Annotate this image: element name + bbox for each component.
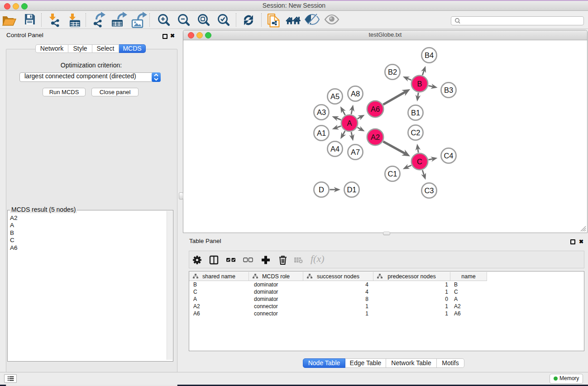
svg-text:C2: C2 [411,129,420,137]
svg-text:A4: A4 [330,145,339,153]
svg-text:C: C [417,157,422,166]
svg-text:C4: C4 [444,152,453,160]
svg-text:C1: C1 [387,170,397,178]
svg-text:A3: A3 [317,108,326,116]
svg-text:B: B [417,80,422,88]
svg-text:B1: B1 [411,109,420,117]
svg-text:A7: A7 [351,148,360,156]
svg-text:B4: B4 [425,51,434,59]
svg-text:D1: D1 [347,186,356,194]
svg-text:C3: C3 [424,186,434,195]
svg-text:A2: A2 [371,133,380,141]
svg-text:A8: A8 [351,90,360,98]
svg-text:D: D [319,186,324,194]
svg-text:B2: B2 [388,68,397,76]
svg-text:B3: B3 [444,86,453,94]
svg-text:A: A [347,119,352,127]
svg-text:A6: A6 [371,105,380,113]
svg-text:A1: A1 [317,129,326,137]
svg-text:A5: A5 [330,92,339,100]
